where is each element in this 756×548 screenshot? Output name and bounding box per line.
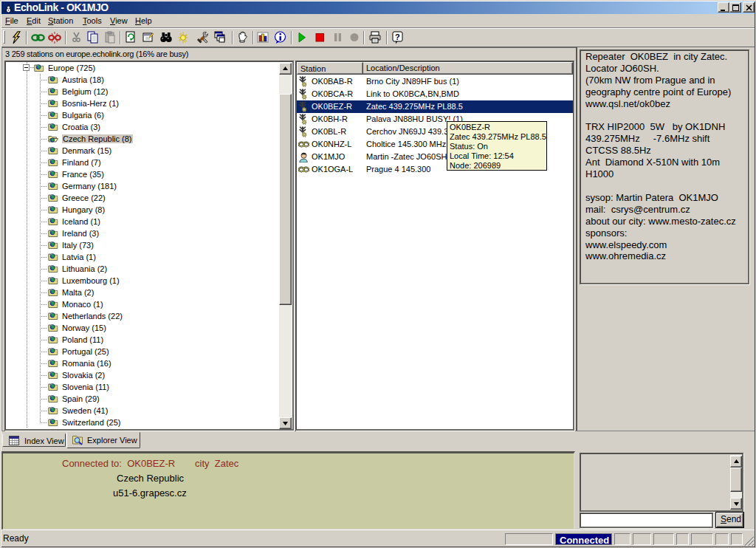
svg-text:?: ? [395,32,400,41]
